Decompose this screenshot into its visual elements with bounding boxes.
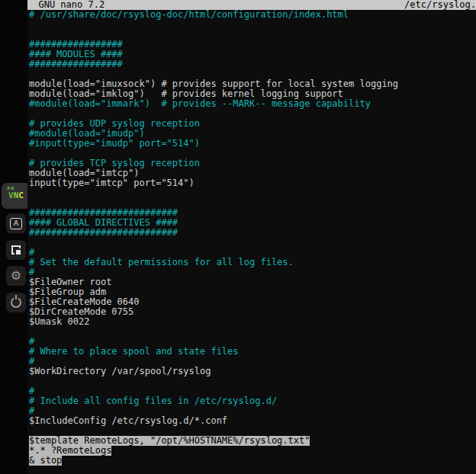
line-text: $WorkDirectory /var/spool/rsyslog <box>29 367 211 376</box>
terminal-line: #module(load="immark") # provides --MARK… <box>29 99 476 109</box>
line-text: # Include all config files in /etc/rsysl… <box>29 396 277 406</box>
terminal-line: $WorkDirectory /var/spool/rsyslog <box>29 367 476 376</box>
terminal-line: input(type="imtcp" port="514") <box>29 178 476 188</box>
terminal-line: # /usr/share/doc/rsyslog-doc/html/config… <box>29 10 476 20</box>
power-button[interactable] <box>6 293 26 312</box>
terminal-line <box>29 376 476 386</box>
novnc-logo-text: VNC <box>2 191 31 200</box>
terminal-line: $IncludeConfig /etc/rsyslog.d/*.conf <box>29 416 476 426</box>
fullscreen-button[interactable] <box>6 240 26 260</box>
vnc-sidebar: no VNC ◄ A ⚙ <box>0 0 27 474</box>
line-text: # Set the default permissions for all lo… <box>29 258 294 267</box>
settings-button[interactable]: ⚙ <box>6 266 26 286</box>
terminal-line: # Where to place spool and state files <box>29 347 476 357</box>
terminal-line: $Umask 0022 <box>29 317 476 327</box>
line-text: #input(type="imudp" port="514") <box>29 139 200 149</box>
line-text: $Umask 0022 <box>29 317 89 327</box>
power-icon <box>11 297 21 308</box>
nano-filename-label: /etc/rsyslog. <box>404 0 476 10</box>
line-text: # Where to place spool and state files <box>29 347 239 357</box>
line-text: ################# <box>29 59 123 69</box>
nano-terminal[interactable]: GNU nano 7.2 /etc/rsyslog. # /usr/share/… <box>27 0 476 474</box>
line-text: ########################### <box>29 228 178 238</box>
fullscreen-icon <box>11 245 21 255</box>
terminal-line: & stop <box>29 456 476 466</box>
terminal-line: # Set the default permissions for all lo… <box>29 258 476 267</box>
terminal-line <box>29 327 476 337</box>
gear-icon: ⚙ <box>11 270 21 282</box>
terminal-body[interactable]: # /usr/share/doc/rsyslog-doc/html/config… <box>27 10 476 466</box>
line-text: # /usr/share/doc/rsyslog-doc/html/config… <box>29 10 349 20</box>
novnc-logo: no VNC <box>2 183 31 209</box>
terminal-line <box>29 20 476 30</box>
novnc-logo-letter: C <box>18 191 24 200</box>
line-text: #module(load="immark") # provides --MARK… <box>29 99 371 109</box>
terminal-line: *.* ?RemoteLogs <box>29 446 476 456</box>
terminal-line: ########################### <box>29 228 476 238</box>
terminal-line <box>29 188 476 198</box>
a-key-icon: A <box>10 218 22 229</box>
line-text: input(type="imtcp" port="514") <box>29 178 195 188</box>
selected-text: & stop <box>29 456 62 466</box>
novnc-logo-letter: V <box>8 191 14 200</box>
terminal-line: ################# <box>29 59 476 69</box>
terminal-line: #input(type="imudp" port="514") <box>29 139 476 149</box>
line-text: $IncludeConfig /etc/rsyslog.d/*.conf <box>29 416 227 426</box>
terminal-line: # Include all config files in /etc/rsysl… <box>29 396 476 406</box>
terminal-line: $DirCreateMode 0755 <box>29 307 476 317</box>
terminal-line <box>29 238 476 248</box>
extra-keys-button[interactable]: A <box>6 213 26 233</box>
